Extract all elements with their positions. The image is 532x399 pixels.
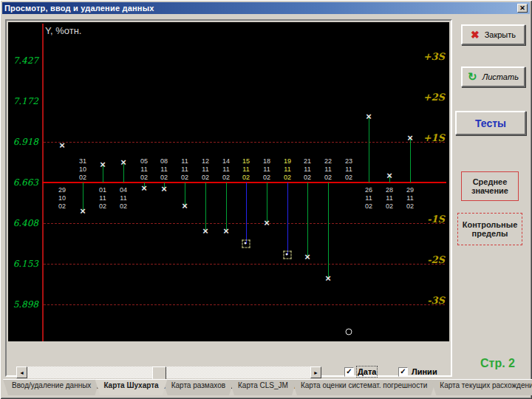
- point-date-label: 29 10 02: [54, 186, 70, 211]
- tab-1[interactable]: Ввод/удаление данных: [3, 379, 100, 395]
- point-date-label: 08 11 02: [156, 157, 172, 182]
- y-tick-label: 7.172: [8, 96, 38, 106]
- lines-checkbox[interactable]: ✓: [398, 367, 408, 377]
- point-date-label: 05 11 02: [136, 157, 152, 182]
- deviation-line: [307, 183, 308, 257]
- bottom-tab-strip: Ввод/удаление данныхКарта ШухартаКарта р…: [3, 379, 532, 395]
- deviation-line: [226, 183, 227, 231]
- data-point-marker[interactable]: ×: [223, 225, 229, 236]
- tab-4[interactable]: Карта CLS_JM: [229, 379, 297, 395]
- scroll-left-button[interactable]: ◄: [16, 366, 27, 378]
- point-date-label: 26 11 02: [361, 186, 377, 211]
- sigma-label: +3S: [418, 51, 445, 62]
- scroll-right-icon: ►: [313, 370, 318, 375]
- point-date-label: 19 11 02: [279, 157, 296, 182]
- shewhart-control-chart: Y, %отн.7.4277.1726.9186.6636.4086.1535.…: [8, 22, 449, 341]
- data-point-marker[interactable]: ×: [366, 111, 372, 122]
- data-point-marker[interactable]: ×: [325, 273, 331, 284]
- tab-3[interactable]: Карта размахов: [163, 379, 234, 395]
- sigma-label: -1S: [418, 214, 445, 225]
- data-point-marker[interactable]: ×: [59, 140, 65, 151]
- data-point-marker[interactable]: ×: [141, 183, 147, 194]
- close-button[interactable]: ✖ Закрыть: [461, 24, 525, 45]
- sigma-label: +2S: [418, 92, 445, 103]
- y-tick-label: 6.663: [8, 177, 38, 188]
- scrollbar-thumb[interactable]: [152, 366, 166, 380]
- deviation-line: [205, 183, 206, 231]
- tests-button-label: Тесты: [475, 117, 506, 129]
- tab-6[interactable]: Карта текущих расхождений: [431, 379, 532, 395]
- refresh-icon: ↻: [468, 70, 477, 83]
- close-window-button[interactable]: ✕: [517, 4, 528, 13]
- chart-panel: Y, %отн.7.4277.1726.9186.6636.4086.1535.…: [5, 19, 452, 377]
- close-x-icon: ✖: [471, 29, 480, 41]
- data-point-marker[interactable]: ×: [386, 170, 392, 181]
- control-limits-legend-label: Контрольные пределы: [458, 220, 522, 238]
- point-date-label: 29 11 02: [402, 186, 418, 211]
- y-tick-label: 6.408: [8, 218, 38, 228]
- control-limit-line: [44, 223, 445, 224]
- scroll-right-button[interactable]: ►: [310, 366, 321, 378]
- titlebar[interactable]: Просмотр, ввод и удаление данных ✕: [2, 2, 530, 14]
- window-title: Просмотр, ввод и удаление данных: [4, 4, 517, 13]
- point-date-label: 04 11 02: [115, 186, 132, 211]
- control-limits-legend: Контрольные пределы: [457, 213, 522, 245]
- point-date-label: 22 11 02: [320, 157, 336, 182]
- point-date-label: 12 11 02: [197, 157, 214, 182]
- close-icon: ✕: [519, 4, 525, 12]
- y-tick-label: 6.918: [8, 137, 38, 147]
- data-point-marker[interactable]: ×: [202, 225, 208, 236]
- page-number-label: Стр. 2: [480, 357, 515, 370]
- scroll-left-icon: ◄: [19, 370, 24, 375]
- data-point-marker[interactable]: ×: [100, 159, 106, 170]
- browse-button[interactable]: ↻ Листать: [461, 66, 525, 87]
- control-limit-line: [44, 264, 445, 265]
- y-tick-label: 5.898: [8, 299, 38, 310]
- point-date-label: 28 11 02: [381, 186, 398, 211]
- tests-button[interactable]: Тесты: [455, 111, 526, 135]
- date-checkbox-label[interactable]: Дата: [358, 367, 376, 376]
- deviation-line: [287, 183, 288, 255]
- point-date-label: 31 10 02: [75, 157, 91, 182]
- point-date-label: 15 11 02: [238, 157, 254, 182]
- browse-button-label: Листать: [482, 72, 519, 81]
- point-date-label: 21 11 02: [299, 157, 316, 182]
- y-tick-label: 7.427: [8, 55, 38, 66]
- mean-value-legend: Среднее значение: [461, 171, 519, 201]
- sigma-label: -3S: [418, 295, 445, 306]
- point-date-label: 11 11 02: [177, 157, 193, 182]
- tab-2[interactable]: Карта Шухарта: [95, 379, 167, 395]
- point-date-label: 18 11 02: [259, 157, 275, 182]
- data-point-marker[interactable]: ×: [182, 200, 188, 211]
- data-point-marker[interactable]: ×: [407, 132, 413, 143]
- control-limit-line: [44, 142, 445, 143]
- data-point-outlier-marker[interactable]: [346, 329, 352, 335]
- horizontal-scrollbar[interactable]: ◄ ►: [16, 366, 321, 378]
- mean-value-legend-label: Среднее значение: [462, 177, 518, 195]
- deviation-line: [328, 183, 329, 279]
- close-button-label: Закрыть: [485, 30, 516, 39]
- point-date-label: 23 11 02: [341, 157, 357, 182]
- tab-5[interactable]: Карта оценки системат. погрешности: [292, 379, 436, 395]
- deviation-line: [369, 117, 369, 183]
- lines-checkbox-label[interactable]: Линии: [412, 367, 437, 376]
- point-date-label: 01 11 02: [95, 186, 111, 211]
- deviation-line: [246, 183, 247, 244]
- point-date-label: 14 11 02: [218, 157, 234, 182]
- data-point-flagged-marker[interactable]: [242, 240, 250, 248]
- sigma-label: -2S: [418, 254, 445, 265]
- data-point-marker[interactable]: ×: [304, 251, 310, 262]
- date-checkbox[interactable]: ✓: [344, 367, 354, 377]
- deviation-line: [410, 138, 411, 183]
- app-window: Просмотр, ввод и удаление данных ✕ Y, %о…: [0, 0, 532, 399]
- data-point-marker[interactable]: ×: [264, 217, 270, 228]
- data-point-flagged-marker[interactable]: [284, 251, 292, 259]
- data-point-marker[interactable]: ×: [120, 157, 126, 168]
- data-point-marker[interactable]: ×: [80, 205, 86, 216]
- data-point-marker[interactable]: ×: [161, 183, 167, 194]
- y-axis-title: Y, %отн.: [45, 25, 81, 36]
- y-tick-label: 6.153: [8, 259, 38, 269]
- control-limit-line: [44, 304, 445, 305]
- sigma-label: +1S: [418, 132, 445, 143]
